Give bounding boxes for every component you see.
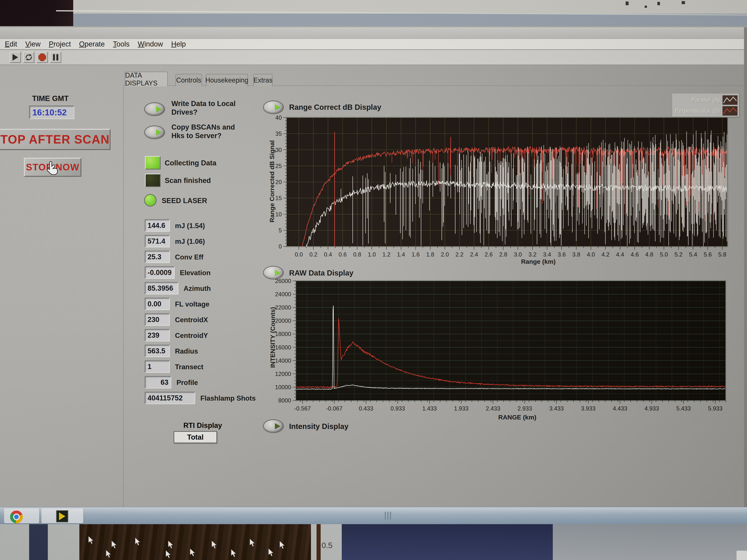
tab-controls[interactable]: Controls (175, 74, 202, 86)
svg-text:20000: 20000 (275, 318, 291, 324)
svg-text:4.4: 4.4 (616, 251, 624, 258)
abort-button[interactable] (36, 52, 48, 63)
rti-display-ring[interactable]: Total (174, 431, 217, 443)
svg-text:3.4: 3.4 (543, 251, 551, 258)
toggle-arrow-icon (156, 106, 161, 112)
menu-item-view[interactable]: View (25, 40, 41, 48)
indicator-label: mJ (1.06) (175, 238, 205, 245)
svg-text:1.933: 1.933 (454, 405, 468, 412)
range-ylabel: Range Corrected dB Signal (268, 124, 276, 239)
svg-text:1.4: 1.4 (397, 251, 405, 258)
svg-text:2.6: 2.6 (485, 251, 493, 258)
svg-text:3.8: 3.8 (572, 251, 580, 258)
menu-item-edit[interactable]: Edit (5, 40, 17, 48)
svg-text:3.433: 3.433 (549, 405, 564, 412)
menu-item-window[interactable]: Window (138, 40, 163, 48)
indicator-label: Azimuth (184, 285, 211, 293)
svg-text:24000: 24000 (275, 291, 291, 297)
indicator-label: Profile (177, 379, 198, 386)
scan-finished-led (145, 174, 161, 187)
svg-text:5: 5 (279, 227, 282, 234)
svg-text:16000: 16000 (275, 344, 291, 351)
pause-icon (53, 54, 58, 60)
write-data-toggle[interactable] (144, 102, 165, 116)
bottom-brown-bar (316, 524, 321, 560)
bottom-scale-label: 0.5 (321, 541, 332, 550)
toolbar (0, 50, 744, 65)
cursor-arrow-icon (110, 540, 118, 549)
window-titlebar[interactable]: 2HATS_Main_3.01.vi (0, 27, 744, 39)
svg-text:0.6: 0.6 (339, 251, 346, 258)
cursor-arrow-icon (249, 539, 256, 547)
run-arrow-icon (12, 54, 18, 61)
indicator-transect: 1 (145, 361, 170, 373)
indicator-centroidx: 230 (145, 313, 170, 326)
svg-text:35: 35 (276, 131, 282, 137)
svg-text:4.6: 4.6 (630, 251, 639, 258)
svg-text:3.933: 3.933 (581, 405, 596, 412)
taskbar (0, 507, 747, 524)
run-continuous-button[interactable] (23, 52, 34, 63)
svg-text:5.0: 5.0 (660, 251, 668, 258)
svg-text:-0.067: -0.067 (326, 405, 342, 412)
svg-text:3.0: 3.0 (514, 251, 522, 258)
tab-housekeeping[interactable]: Housekeeping (206, 74, 248, 86)
svg-text:14000: 14000 (275, 357, 291, 364)
cursor-arrow-icon (211, 540, 218, 549)
indicator-profile: 63 (145, 376, 171, 389)
tab-page-left-border (123, 85, 124, 507)
cursor-arrow-icon (165, 550, 172, 559)
tab-extras[interactable]: Extras (253, 74, 273, 86)
svg-text:0.2: 0.2 (309, 251, 317, 258)
taskbar-grip-icon[interactable] (385, 512, 391, 520)
svg-text:1.6: 1.6 (412, 251, 420, 258)
svg-text:15: 15 (276, 195, 282, 202)
indicator-label: Flashlamp Shots (200, 394, 256, 402)
legend-line-sample[interactable] (723, 96, 738, 105)
indicator-label: mJ (1.54) (175, 222, 205, 230)
time-gmt-label: TIME GMT (32, 94, 69, 103)
bottom-navy-stripe (29, 524, 48, 560)
cursor-arrow-icon (167, 540, 175, 549)
svg-text:5.933: 5.933 (708, 405, 723, 412)
indicator-label: Transect (175, 363, 203, 371)
indicator-label: FL voltage (175, 300, 209, 308)
cursor-arrow-icon (134, 538, 141, 546)
stop-after-scan-button[interactable]: STOP AFTER SCAN (0, 129, 110, 150)
seed-laser-label: SEED LASER (162, 196, 207, 205)
cursor-arrow-icon (267, 549, 275, 557)
svg-text:0.8: 0.8 (353, 251, 361, 258)
svg-text:0.433: 0.433 (359, 405, 373, 412)
labview-icon[interactable] (56, 510, 68, 523)
svg-text:5.4: 5.4 (689, 251, 697, 258)
svg-text:1.8: 1.8 (426, 251, 434, 258)
run-button[interactable] (10, 52, 21, 63)
svg-text:2.2: 2.2 (456, 251, 464, 258)
indicator-flashlamp-shots: 404115752 (145, 392, 195, 404)
menu-bar: EditViewProjectOperateToolsWindowHelp (0, 39, 744, 50)
toggle-arrow-icon (156, 129, 161, 135)
raw-data-graph: 8000100001200014000160001800020000220002… (261, 269, 740, 433)
chrome-icon[interactable] (10, 510, 23, 523)
svg-text:4.0: 4.0 (587, 251, 595, 258)
svg-text:5.2: 5.2 (674, 251, 682, 258)
indicator-fl-voltage: 0.00 (145, 298, 170, 310)
legend-row: Parallel (A) (672, 95, 739, 105)
svg-text:3.2: 3.2 (529, 251, 537, 258)
menu-item-operate[interactable]: Operate (79, 40, 105, 48)
svg-text:3.6: 3.6 (558, 251, 566, 258)
copy-bscans-label: Copy BSCANs and Hks to Server? (172, 123, 237, 140)
tab-data-displays[interactable]: DATA DISPLAYS (125, 72, 168, 86)
menu-item-tools[interactable]: Tools (113, 40, 130, 48)
svg-text:22000: 22000 (275, 304, 291, 311)
svg-text:10: 10 (276, 211, 282, 218)
menu-item-project[interactable]: Project (49, 40, 71, 48)
svg-text:10000: 10000 (275, 384, 291, 391)
pause-button[interactable] (50, 52, 61, 63)
copy-bscans-toggle[interactable] (144, 126, 165, 139)
menu-item-help[interactable]: Help (171, 40, 186, 48)
svg-text:40: 40 (276, 114, 282, 121)
svg-text:5.8: 5.8 (718, 251, 726, 258)
svg-text:4.8: 4.8 (645, 251, 653, 258)
svg-text:2.433: 2.433 (486, 405, 500, 412)
